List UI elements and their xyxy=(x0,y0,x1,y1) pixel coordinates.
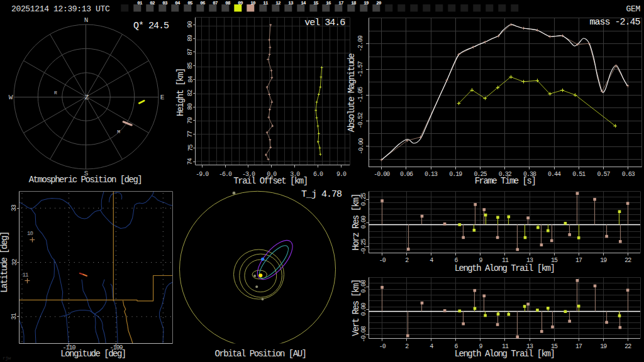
svg-text:19: 19 xyxy=(364,1,369,6)
svg-text:mass -2.45: mass -2.45 xyxy=(590,17,641,28)
svg-text:-9.0: -9.0 xyxy=(196,171,209,178)
svg-text:GEM: GEM xyxy=(626,4,640,14)
svg-text:0.44: 0.44 xyxy=(548,171,561,178)
svg-text:Longitude [deg]: Longitude [deg] xyxy=(60,349,126,359)
svg-text:84: 84 xyxy=(187,76,194,83)
svg-text:-0.08: -0.08 xyxy=(360,326,367,343)
svg-text:0.25: 0.25 xyxy=(360,193,367,206)
svg-text:0.00: 0.00 xyxy=(360,303,367,316)
svg-text:80: 80 xyxy=(187,103,194,110)
svg-text:-0.25: -0.25 xyxy=(360,239,367,255)
svg-text:85: 85 xyxy=(187,62,194,69)
svg-text:N: N xyxy=(84,16,89,24)
svg-text:Length Along Trail [km]: Length Along Trail [km] xyxy=(455,263,555,273)
svg-text:Horz Res [km]: Horz Res [km] xyxy=(351,194,361,251)
svg-text:Z: Z xyxy=(85,94,89,101)
svg-text:rjw: rjw xyxy=(3,355,11,361)
svg-text:0.63: 0.63 xyxy=(622,171,635,178)
svg-text:0.13: 0.13 xyxy=(425,171,438,178)
svg-text:17: 17 xyxy=(575,343,582,350)
svg-text:15: 15 xyxy=(313,1,319,6)
svg-text:16: 16 xyxy=(326,1,331,6)
svg-text:Q* 24.5: Q* 24.5 xyxy=(133,21,169,31)
svg-text:11: 11 xyxy=(22,272,28,278)
svg-text:03: 03 xyxy=(162,1,168,6)
svg-text:9.0: 9.0 xyxy=(336,171,347,178)
svg-text:22: 22 xyxy=(625,343,631,350)
svg-text:0.00: 0.00 xyxy=(360,216,367,229)
svg-text:75: 75 xyxy=(187,145,194,151)
svg-text:10: 10 xyxy=(250,1,256,6)
svg-text:Atmospheric Position [deg]: Atmospheric Position [deg] xyxy=(29,175,142,185)
svg-text:19: 19 xyxy=(600,257,607,264)
svg-text:Height [km]: Height [km] xyxy=(175,69,186,116)
svg-text:0.51: 0.51 xyxy=(572,171,586,178)
svg-text:08: 08 xyxy=(225,1,231,6)
svg-text:11: 11 xyxy=(263,1,269,6)
svg-text:07: 07 xyxy=(213,1,218,6)
svg-text:77: 77 xyxy=(187,131,194,138)
svg-text:17: 17 xyxy=(575,257,582,264)
svg-text:-1.57: -1.57 xyxy=(358,61,365,77)
svg-text:T_j 4.78: T_j 4.78 xyxy=(301,189,342,200)
svg-text:20251214 12:39:13 UTC: 20251214 12:39:13 UTC xyxy=(11,4,110,14)
svg-text:10: 10 xyxy=(27,231,33,237)
svg-text:W: W xyxy=(9,94,13,101)
svg-text:89: 89 xyxy=(187,35,194,41)
svg-text:01: 01 xyxy=(137,1,143,6)
svg-text:22: 22 xyxy=(625,257,631,264)
svg-text:06: 06 xyxy=(200,1,206,6)
svg-text:04: 04 xyxy=(175,1,180,6)
svg-text:R: R xyxy=(54,90,57,96)
svg-text:E: E xyxy=(160,94,165,101)
svg-text:0.19: 0.19 xyxy=(449,171,462,178)
svg-text:Absolute Magnitude: Absolute Magnitude xyxy=(347,53,357,132)
svg-text:74: 74 xyxy=(187,158,194,165)
svg-text:90: 90 xyxy=(187,21,194,28)
svg-text:05: 05 xyxy=(187,1,193,6)
svg-text:19: 19 xyxy=(600,343,607,350)
svg-text:-0.00: -0.00 xyxy=(358,138,365,155)
svg-text:20: 20 xyxy=(376,1,382,6)
svg-text:18: 18 xyxy=(351,1,357,6)
svg-text:02: 02 xyxy=(150,1,155,6)
svg-text:0.57: 0.57 xyxy=(597,171,610,178)
svg-text:0.06: 0.06 xyxy=(400,171,413,178)
svg-text:Length Along Trail [km]: Length Along Trail [km] xyxy=(455,349,555,359)
svg-text:13: 13 xyxy=(288,1,294,6)
svg-text:-0: -0 xyxy=(379,257,386,264)
svg-text:-6.0: -6.0 xyxy=(219,171,232,178)
svg-text:-1.05: -1.05 xyxy=(358,87,365,103)
svg-text:12: 12 xyxy=(275,1,281,6)
svg-text:79: 79 xyxy=(187,117,194,124)
svg-text:31: 31 xyxy=(11,313,18,320)
svg-text:Vert Res [km]: Vert Res [km] xyxy=(351,280,361,336)
svg-text:-0: -0 xyxy=(379,343,386,350)
svg-text:14: 14 xyxy=(301,1,306,6)
svg-text:82: 82 xyxy=(187,89,194,96)
svg-text:09: 09 xyxy=(238,1,243,6)
svg-text:32: 32 xyxy=(11,259,18,266)
svg-text:-2.09: -2.09 xyxy=(358,35,365,52)
svg-text:-0.00: -0.00 xyxy=(374,171,390,178)
svg-text:87: 87 xyxy=(187,48,194,55)
svg-text:Trail Offset [km]: Trail Offset [km] xyxy=(233,176,307,186)
svg-text:Frame Time [s]: Frame Time [s] xyxy=(475,176,536,186)
svg-text:-0.52: -0.52 xyxy=(358,112,365,129)
svg-text:33: 33 xyxy=(11,204,18,211)
svg-text:M: M xyxy=(117,129,120,134)
svg-text:Latitude [deg]: Latitude [deg] xyxy=(0,232,9,293)
svg-text:Orbital Position [AU]: Orbital Position [AU] xyxy=(215,349,306,359)
svg-text:17: 17 xyxy=(338,1,343,6)
svg-text:0.08: 0.08 xyxy=(360,280,367,293)
svg-text:6.0: 6.0 xyxy=(313,171,323,178)
svg-text:vel 34.6: vel 34.6 xyxy=(304,18,345,28)
